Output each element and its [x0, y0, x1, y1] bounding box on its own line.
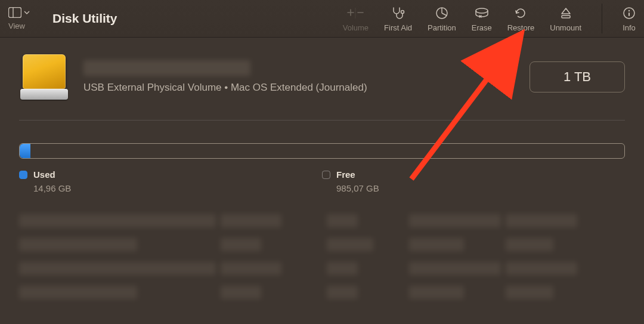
svg-point-4	[401, 10, 404, 13]
first-aid-button[interactable]: First Aid	[384, 0, 412, 37]
drive-icon	[19, 52, 69, 102]
used-value: 14,96 GB	[33, 183, 322, 193]
svg-point-6	[476, 8, 488, 13]
erase-icon	[475, 7, 489, 19]
toolbar: View Disk Utility Volume First Aid	[0, 0, 644, 38]
swatch-free-icon	[322, 171, 330, 179]
volume-header: USB External Physical Volume • Mac OS Ex…	[19, 52, 625, 102]
svg-point-11	[628, 10, 630, 11]
usage-bar	[19, 143, 625, 159]
volume-name-redacted	[83, 60, 250, 76]
used-label: Used	[33, 169, 55, 180]
swatch-used-icon	[19, 171, 27, 179]
view-label: View	[8, 21, 25, 30]
free-label: Free	[336, 169, 355, 180]
erase-label: Erase	[472, 23, 492, 32]
section-divider	[19, 120, 625, 121]
restore-label: Restore	[507, 23, 535, 32]
svg-rect-0	[9, 7, 21, 17]
partition-label: Partition	[428, 23, 456, 32]
legend-used: Used 14,96 GB	[19, 169, 322, 193]
volume-info: USB External Physical Volume • Mac OS Ex…	[83, 60, 515, 94]
info-icon	[623, 7, 636, 20]
app-title: Disk Utility	[52, 0, 117, 37]
plus-minus-icon	[346, 7, 364, 20]
toolbar-separator	[602, 4, 602, 33]
sidebar-toggle-button[interactable]	[8, 7, 30, 18]
unmount-label: Unmount	[550, 23, 581, 32]
info-button[interactable]: Info	[623, 0, 636, 37]
sidebar-icon	[8, 7, 21, 18]
toolbar-view-group: View	[8, 0, 44, 37]
restore-button[interactable]: Restore	[507, 0, 535, 37]
volume-button: Volume	[343, 0, 369, 37]
toolbar-actions: Volume First Aid Partition	[343, 0, 636, 37]
first-aid-label: First Aid	[384, 23, 412, 32]
details-table-redacted	[19, 210, 625, 303]
capacity-badge: 1 TB	[530, 61, 625, 92]
usage-legend: Used 14,96 GB Free 985,07 GB	[19, 169, 625, 193]
legend-free: Free 985,07 GB	[322, 169, 625, 193]
volume-label: Volume	[343, 23, 369, 32]
volume-subtitle: USB External Physical Volume • Mac OS Ex…	[83, 82, 515, 94]
unmount-button[interactable]: Unmount	[550, 0, 581, 37]
usage-bar-fill	[20, 144, 30, 158]
main-content: USB External Physical Volume • Mac OS Ex…	[0, 38, 644, 303]
chevron-down-icon	[24, 10, 30, 15]
svg-rect-12	[628, 13, 630, 16]
eject-icon	[560, 7, 572, 20]
erase-button[interactable]: Erase	[472, 0, 492, 37]
stethoscope-icon	[391, 7, 405, 20]
restore-icon	[514, 7, 527, 20]
svg-rect-9	[562, 16, 570, 18]
partition-button[interactable]: Partition	[428, 0, 456, 37]
info-label: Info	[623, 23, 636, 32]
pie-icon	[435, 7, 448, 20]
capacity-text: 1 TB	[564, 69, 591, 85]
free-value: 985,07 GB	[336, 183, 625, 193]
